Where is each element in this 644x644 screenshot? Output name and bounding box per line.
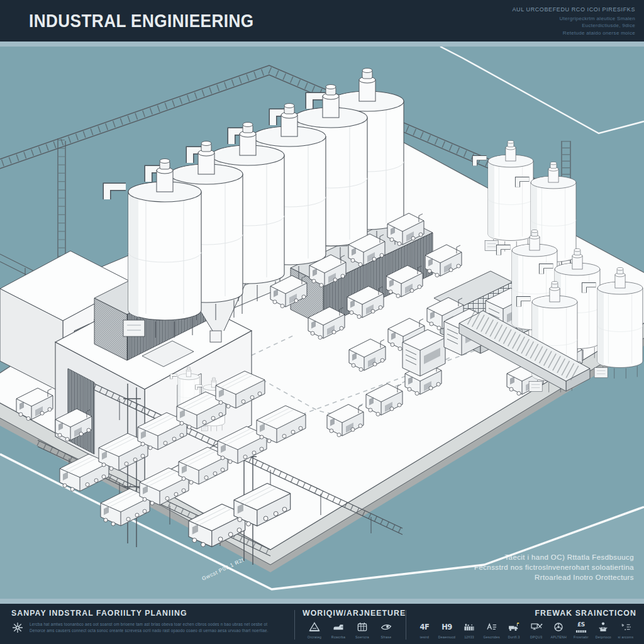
header-divider-strip [0, 42, 644, 47]
poster-root: INDUSTRAL ENGINIEERING AUL URCOBEFEDU RC… [0, 0, 644, 644]
conveyor-cost-icon: £S Frosrtabr [570, 621, 592, 639]
footer-middle-section: WORIQIW/ARJNEETURE Orcrateg Rcwcrba [303, 608, 398, 641]
footer-divider-strip [0, 599, 644, 604]
worker-icon: Detprtoco [592, 621, 614, 639]
footer-middle-title: WORIQIW/ARJNEETURE [303, 608, 393, 618]
header-bar: INDUSTRAL ENGINIEERING AUL URCOBEFEDU RC… [0, 0, 644, 42]
footer-left-body-line: Denorce ams causers connect octa sonoc o… [30, 628, 269, 633]
page-title: INDUSTRAL ENGINIEERING [29, 11, 253, 31]
footer-bar: SANPAY INDSTRAL FAORIILTY PLANIING Lercb… [0, 604, 644, 644]
monitor-tools-icon: DPQU3 [526, 621, 547, 639]
illustration-area: Gwcst P03.1 R2t Taecit i hand OC) Rttatl… [0, 47, 644, 599]
spec-lines-icon: Gescrtdes [481, 621, 502, 639]
press-machine-icon: Rcwcrba [326, 621, 350, 639]
footer-left-body: Lercba hat amtws toonanbco aes oot soans… [30, 621, 269, 633]
header-meta: AUL URCOBEFEDU RCO ICOI PIRESIFKS Utergr… [513, 5, 636, 36]
grid-panel-icon: Soertcra [350, 621, 374, 639]
header-meta-line: AUL URCOBEFEDU RCO ICOI PIRESIFKS [513, 6, 636, 14]
wheel-icon: APLTENH [548, 621, 569, 639]
header-meta-line: Retetude ataido onerse moice [513, 30, 636, 37]
footer-left-body-line: Lercba hat amtws toonanbco aes oot soans… [30, 622, 267, 626]
footer-left-section: SANPAY INDSTRAL FAORIILTY PLANIING Lercb… [11, 608, 287, 641]
header-meta-line: Utergripeckrtm aleutice Smalen [513, 15, 636, 23]
footer-right-title: FREWAK SRAINCTICON [425, 608, 636, 618]
adjust-marks-icon: si arcoms [615, 621, 636, 639]
h9-badge: H9 Deaemucd [436, 621, 458, 639]
isometric-factory-illustration [0, 47, 644, 599]
starburst-icon [11, 621, 24, 634]
vision-icon: Sfrase [374, 621, 398, 639]
corner-note-line: Fecnsstrd nos fictroslnvenerohart soloat… [474, 562, 634, 572]
footer-divider [294, 610, 295, 640]
corner-note-line: Rrtoarlead Inotro Orottecturs [474, 572, 634, 582]
corner-note: Taecit i hand OC) Rttatla Fesdbsuucg Fec… [474, 552, 634, 582]
corner-note-line: Taecit i hand OC) Rttatla Fesdbsuucg [474, 552, 634, 562]
4f-badge: 4F tesird [414, 621, 435, 639]
factory-grid-icon: 12fl33 [458, 621, 480, 639]
footer-right-section: FREWAK SRAINCTICON 4F tesird H9 Deaemucd [414, 608, 636, 641]
truck-icon: Durtfl.3 [503, 621, 525, 639]
delta-icon: Orcrateg [303, 621, 326, 639]
header-meta-line: Eucterdictiusde, 9dice [513, 22, 636, 30]
footer-left-title: SANPAY INDSTRAL FAORIILTY PLANIING [11, 608, 273, 618]
